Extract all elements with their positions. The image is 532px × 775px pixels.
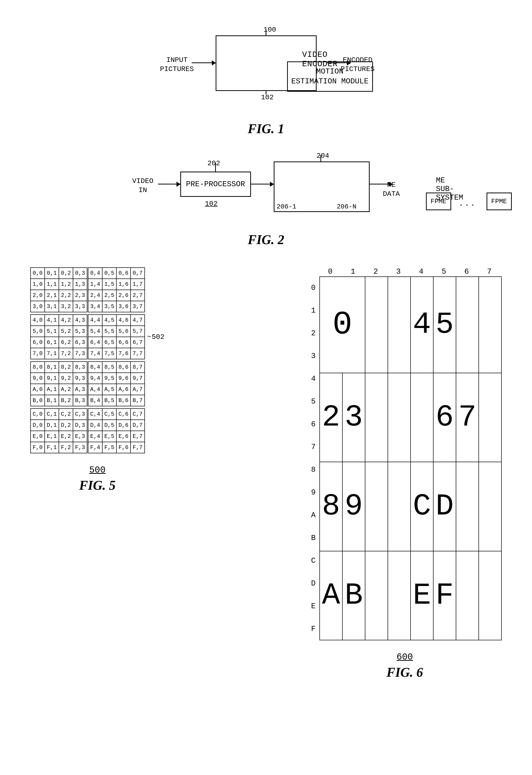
fig1-diagram: 100 VIDEO ENCODER MOTION ESTIMATION MODU…	[153, 25, 380, 111]
fig1-input-pictures: INPUT PICTURES	[160, 56, 194, 74]
fig5-group-3: 8,08,18,28,3 9,09,19,29,3 A,0A,1A,2A,3 B…	[30, 361, 164, 406]
fig2-dots: ...	[459, 199, 476, 208]
fig2-fpme-box2: FPME	[487, 192, 512, 210]
fig6-cell-9-1: 9	[342, 462, 365, 551]
fig2-label-204: 204	[317, 152, 329, 160]
fig5-left-grid-3: 8,08,18,28,3 9,09,19,29,3 A,0A,1A,2A,3 B…	[30, 361, 87, 406]
fig6-col-headers: 0 1 2 3 4 5 6 7	[319, 267, 502, 276]
fig1-caption: FIG. 1	[248, 121, 284, 136]
fig2-line-202-connector	[215, 163, 216, 172]
fig5-label-502: 502	[152, 333, 164, 341]
fig5-left-grid-4: C,0C,1C,2C,3 D,0D,1D,2D,3 E,0E,1E,2E,3 F…	[30, 408, 87, 453]
fig2-label-102: 102	[205, 200, 218, 208]
fig6-cell-D-6	[456, 551, 479, 640]
fig6-cell-D-0: A	[320, 551, 342, 640]
fig5-label-502-wrapper: ~ 502	[147, 314, 164, 359]
fig6-cell-D-1: B	[342, 551, 365, 640]
fig2-label-202: 202	[208, 159, 220, 167]
fig6-cell-5-0: 2	[320, 373, 342, 462]
fig6-cell-0-4: 4	[411, 277, 433, 373]
page: 100 VIDEO ENCODER MOTION ESTIMATION MODU…	[0, 0, 532, 775]
fig6-cell-9-4: C	[411, 462, 433, 551]
fig5-groups: 0,00,10,20,3 1,01,11,21,3 2,02,12,22,3 3…	[30, 267, 164, 453]
fig56-section: 0,00,10,20,3 1,01,11,21,3 2,02,12,22,3 3…	[20, 267, 512, 680]
fig5-caption-area: 500 FIG. 5	[79, 461, 115, 493]
fig6-cell-0-2	[365, 277, 388, 373]
fig6-cell-9-3	[388, 462, 411, 551]
fig6-container: 0 1 2 3 4 5 6 7 0 1 2 3 4	[308, 267, 502, 680]
fig1-section: 100 VIDEO ENCODER MOTION ESTIMATION MODU…	[20, 15, 512, 136]
fig5-group-2: 4,04,14,24,3 5,05,15,25,3 6,06,16,26,3 7…	[30, 314, 164, 359]
fig5-label: 500	[89, 465, 106, 475]
fig5-right-grid-4: C,4C,5C,6C,7 D,4D,5D,6D,7 E,4E,5E,6E,7 F…	[88, 408, 145, 453]
fig1-arrow-left	[192, 62, 216, 63]
fig2-preprocessor-box: PRE-PROCESSOR	[180, 171, 251, 197]
fig6-cell-5-3	[388, 373, 411, 462]
fig5-left-grid-1: 0,00,10,20,3 1,01,11,21,3 2,02,12,22,3 3…	[30, 267, 87, 312]
fig6-cell-0-7	[479, 277, 501, 373]
fig6-cell-9-7	[479, 462, 501, 551]
fig5-right-grid-3: 8,48,58,68,7 9,49,59,69,7 A,4A,5A,6A,7 B…	[88, 361, 145, 406]
fig5-group-1: 0,00,10,20,3 1,01,11,21,3 2,02,12,22,3 3…	[30, 267, 164, 312]
fig6-row-headers: 0 1 2 3 4 5 6 7 8 9 A B C D E	[308, 277, 319, 640]
fig2-arrow2	[251, 184, 274, 184]
fig6-cell-5-5: 6	[433, 373, 456, 462]
fig6-cell-5-1: 3	[342, 373, 365, 462]
fig2-label-206-n: 206-N	[337, 203, 357, 211]
fig2-diagram: VIDEO IN 202 PRE-PROCESSOR 102 204 ME SU…	[127, 151, 405, 227]
fig1-line-100-connector	[266, 29, 266, 36]
fig6-cell-D-5: F	[433, 551, 456, 640]
fig2-caption: FIG. 2	[248, 232, 284, 247]
fig5-left-grid-2: 4,04,14,24,3 5,05,15,25,3 6,06,16,26,3 7…	[30, 314, 87, 359]
fig6-cell-0-5: 5	[433, 277, 456, 373]
fig6-label: 600	[397, 652, 413, 662]
fig2-arrow1	[158, 184, 180, 184]
fig6-cell-D-2	[365, 551, 388, 640]
fig6-cell-0-3	[388, 277, 411, 373]
fig2-line-204-connector	[320, 155, 321, 162]
fig5-group-4: C,0C,1C,2C,3 D,0D,1D,2D,3 E,0E,1E,2E,3 F…	[30, 408, 164, 453]
fig6-grid-body: 0 1 2 3 4 5 6 7 8 9 A B C D E	[308, 277, 502, 640]
fig6-cell-9-2	[365, 462, 388, 551]
fig1-line-102-connector	[266, 90, 266, 94]
fig6-main-grid: 0 4 5 2	[319, 277, 502, 640]
fig2-video-in: VIDEO IN	[132, 176, 154, 195]
fig6-grid-wrapper: 0 1 2 3 4 5 6 7 0 1 2 3 4	[308, 267, 502, 640]
fig6-cell-0-6	[456, 277, 479, 373]
fig6-caption-area: 600 FIG. 6	[387, 648, 423, 680]
fig5-right-grid-2: 4,44,54,64,7 5,45,55,65,7 6,46,56,66,7 7…	[88, 314, 145, 359]
fig6-cell-D-3	[388, 551, 411, 640]
fig6-cell-9-5: D	[433, 462, 456, 551]
fig1-label-102: 102	[261, 93, 274, 101]
fig1-arrow-right	[327, 62, 351, 63]
fig6-cell-D-4: E	[411, 551, 433, 640]
fig5-container: 0,00,10,20,3 1,01,11,21,3 2,02,12,22,3 3…	[30, 267, 164, 493]
fig6-cell-0-0: 0	[320, 277, 365, 373]
fig1-encoded-pictures: ENCODED PICTURES	[341, 56, 374, 74]
fig2-me-data: ME DATA	[383, 180, 400, 199]
fig2-fpme-box1: FPME	[426, 192, 451, 210]
fig6-cell-5-2	[365, 373, 388, 462]
fig6-cell-5-6: 7	[456, 373, 479, 462]
fig2-preprocessor-label: PRE-PROCESSOR	[186, 180, 245, 188]
fig6-caption: FIG. 6	[387, 665, 423, 680]
fig6-cell-5-7	[479, 373, 501, 462]
fig1-video-encoder-box: VIDEO ENCODER MOTION ESTIMATION MODULE	[216, 35, 317, 91]
fig5-caption: FIG. 5	[79, 478, 115, 493]
fig2-section: VIDEO IN 202 PRE-PROCESSOR 102 204 ME SU…	[20, 151, 512, 247]
fig5-right-grid-1: 0,40,50,60,7 1,41,51,61,7 2,42,52,62,7 3…	[88, 267, 145, 312]
fig5-tilde-502: ~	[147, 333, 151, 341]
fig6-cell-9-0: 8	[320, 462, 342, 551]
fig6-cell-5-4	[411, 373, 433, 462]
fig2-label-206-1: 206-1	[277, 203, 296, 211]
fig6-cell-9-6	[456, 462, 479, 551]
fig6-cell-D-7	[479, 551, 501, 640]
